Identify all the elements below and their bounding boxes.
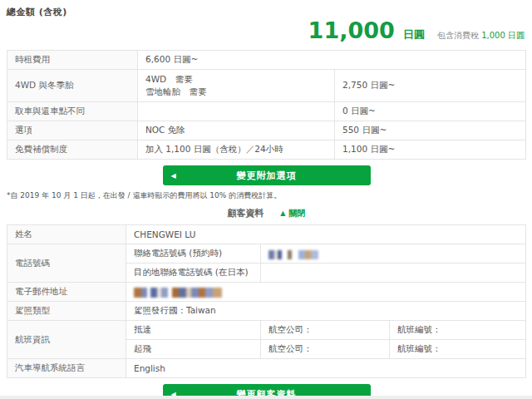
fee-label: 免費補償制度 (7, 140, 138, 160)
nav-language-label: 汽車導航系統語言 (7, 359, 126, 378)
rental-summary-page: 總金額 (含稅) 11,000 日圓 包含消費稅 1,000 日圓 時租費用 6… (0, 0, 532, 399)
change-options-button[interactable]: ◀ 變更附加選項 (163, 165, 371, 185)
phone-destination-value (261, 264, 526, 283)
tax-included-note: 包含消費稅 1,000 日圓 (437, 31, 525, 40)
table-row: 駕照類型 駕照發行國：Taiwan (7, 302, 526, 321)
phone-booking-label: 聯絡電話號碼 (預約時) (126, 244, 261, 264)
fee-price: 550 日圓~ (335, 121, 526, 140)
table-row: 選項 NOC 免除 550 日圓~ (7, 121, 526, 140)
redacted-phone-value (268, 250, 318, 259)
fee-detail: NOC 免除 (138, 121, 335, 140)
fee-detail-line: 雪地輪胎 需要 (145, 86, 207, 96)
table-row: 電子郵件地址 (7, 283, 526, 302)
customer-name-label: 姓名 (7, 225, 126, 244)
arrival-flight-no-label: 航班編號： (390, 321, 526, 340)
tax-label: 包含消費稅 (437, 31, 479, 40)
fee-label: 選項 (7, 121, 138, 140)
email-label: 電子郵件地址 (7, 283, 126, 302)
collapse-label: 關閉 (289, 209, 306, 218)
fee-detail (138, 102, 335, 121)
fee-price: 2,750 日圓~ (335, 70, 526, 102)
total-price-row: 11,000 日圓 包含消費稅 1,000 日圓 (7, 19, 525, 42)
phone-destination-label: 目的地聯絡電話號碼 (在日本) (126, 264, 261, 283)
phone-label: 電話號碼 (7, 244, 126, 283)
fee-price: 6,600 日圓~ (138, 51, 526, 70)
flight-info-label: 航班資訊 (7, 321, 126, 359)
table-row: 取車與還車點不同 0 日圓~ (7, 102, 526, 121)
table-row: 汽車導航系統語言 English (7, 359, 526, 378)
fee-detail: 加入 1,100 日圓（含稅）／24小時 (138, 140, 335, 160)
left-arrow-icon: ◀ (171, 172, 176, 180)
fee-label: 時租費用 (7, 51, 138, 70)
departure-airline-label: 航空公司： (261, 340, 390, 359)
customer-section-header: 顧客資料 ▲關閉 (7, 207, 526, 219)
total-amount: 11,000 (308, 17, 395, 43)
fee-price: 1,100 日圓~ (335, 140, 526, 160)
page-title: 總金額 (含稅) (7, 6, 526, 18)
arrival-airline-label: 航空公司： (261, 321, 390, 340)
change-options-label: 變更附加選項 (237, 170, 297, 181)
fee-label: 取車與還車點不同 (7, 102, 138, 121)
customer-name-value: CHENGWEI LU (126, 225, 526, 244)
email-value (126, 283, 526, 302)
fee-detail-line: 4WD 需要 (145, 74, 193, 84)
chevron-up-icon: ▲ (280, 209, 285, 217)
collapse-toggle[interactable]: ▲關閉 (280, 209, 305, 218)
table-row: 姓名 CHENGWEI LU (7, 225, 526, 244)
table-row: 4WD 與冬季胎 4WD 需要雪地輪胎 需要 2,750 日圓~ (7, 70, 526, 102)
table-row: 電話號碼 聯絡電話號碼 (預約時) (7, 244, 526, 264)
phone-booking-value (261, 244, 526, 264)
license-label: 駕照類型 (7, 302, 126, 321)
fee-breakdown-table: 時租費用 6,600 日圓~ 4WD 與冬季胎 4WD 需要雪地輪胎 需要 2,… (7, 50, 526, 160)
license-value: 駕照發行國：Taiwan (126, 302, 526, 321)
tax-calculation-note: *自 2019 年 10 月 1 日起，在出發 / 還車時顯示的費用將以 10%… (7, 190, 526, 201)
total-currency: 日圓 (403, 28, 425, 41)
table-row: 時租費用 6,600 日圓~ (7, 51, 526, 70)
fee-detail: 4WD 需要雪地輪胎 需要 (138, 70, 335, 102)
redacted-email-value (134, 288, 222, 298)
flight-arrival-label: 抵達 (126, 321, 261, 340)
fee-label: 4WD 與冬季胎 (7, 70, 138, 102)
departure-flight-no-label: 航班編號： (390, 340, 526, 359)
table-row: 航班資訊 抵達 航空公司： 航班編號： (7, 321, 526, 340)
fee-price: 0 日圓~ (335, 102, 526, 121)
nav-language-value: English (126, 359, 526, 378)
customer-section-title: 顧客資料 (228, 208, 264, 219)
customer-info-table: 姓名 CHENGWEI LU 電話號碼 聯絡電話號碼 (預約時) 目的地聯絡電話… (7, 224, 526, 378)
flight-departure-label: 起飛 (126, 340, 261, 359)
table-row: 免費補償制度 加入 1,100 日圓（含稅）／24小時 1,100 日圓~ (7, 140, 526, 160)
tax-value: 1,000 日圓 (481, 31, 525, 40)
page-bottom-edge (0, 396, 532, 399)
